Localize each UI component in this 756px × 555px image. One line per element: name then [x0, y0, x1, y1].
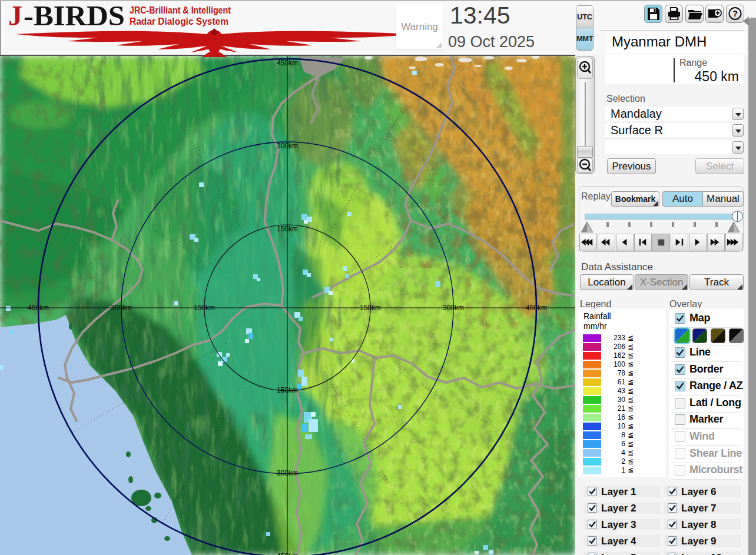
- svg-text:450km: 450km: [277, 552, 298, 555]
- svg-text:300km: 300km: [277, 142, 298, 150]
- svg-text:450km: 450km: [277, 59, 298, 67]
- svg-text:300km: 300km: [443, 304, 464, 312]
- svg-text:150km: 150km: [360, 304, 381, 312]
- svg-text:300km: 300km: [111, 304, 132, 312]
- svg-text:150km: 150km: [277, 225, 298, 233]
- svg-text:450km: 450km: [28, 304, 49, 312]
- svg-text:150km: 150km: [277, 386, 298, 394]
- svg-text:150km: 150km: [194, 304, 215, 312]
- svg-text:300km: 300km: [277, 469, 298, 477]
- svg-text:450km: 450km: [526, 304, 547, 312]
- svg-text:?: ?: [732, 8, 738, 18]
